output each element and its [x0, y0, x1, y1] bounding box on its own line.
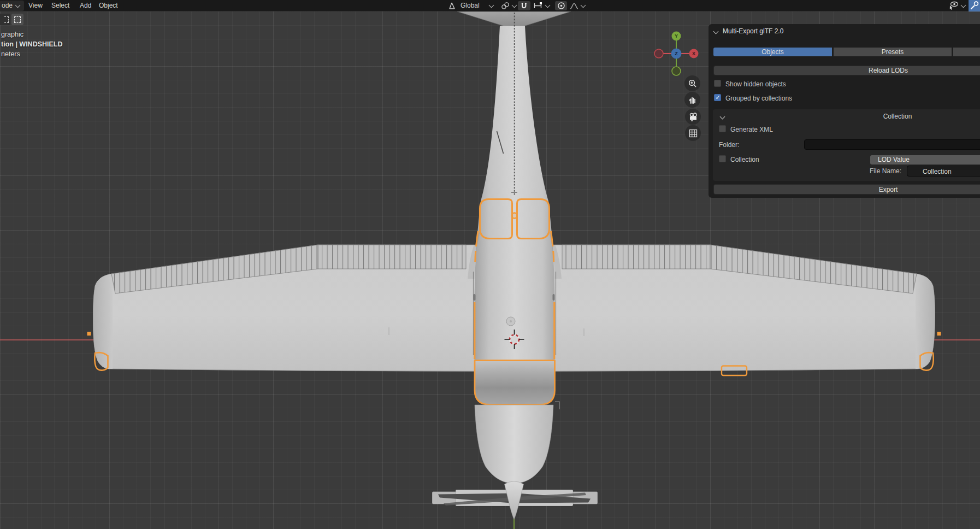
zoom-button[interactable] [684, 75, 700, 91]
box-select-icon [14, 16, 21, 23]
overlays-icon [969, 1, 979, 11]
show-hidden-label: Show hidden objects [725, 80, 786, 88]
chevron-down-icon[interactable] [512, 3, 517, 8]
tweak-icon [4, 16, 9, 23]
reload-lods-button[interactable]: Reload LODs [713, 66, 980, 75]
hand-icon [688, 95, 698, 105]
overlays-toggle-button[interactable] [969, 0, 980, 11]
multi-export-panel: Multi-Export glTF 2.0 Objects Presets Re… [709, 24, 980, 198]
panel-title: Multi-Export glTF 2.0 [723, 27, 783, 35]
export-button[interactable]: Export [713, 184, 980, 195]
file-name-label: File Name: [840, 167, 901, 175]
gizmo-z-label: Z [675, 51, 678, 56]
gizmo-y-label: Y [675, 33, 678, 39]
camera-view-button[interactable] [685, 109, 701, 125]
magnet-icon [520, 2, 528, 9]
folder-label: Folder: [719, 141, 739, 149]
viewport-units-label: neters [1, 50, 20, 58]
gizmo-neg-y[interactable] [672, 67, 681, 75]
lod-value-label: LOD Value [870, 156, 910, 163]
show-gizmo-icon[interactable] [948, 1, 959, 11]
chevron-down-icon[interactable] [545, 3, 551, 8]
pivot-point-icon[interactable] [501, 2, 510, 10]
collection-section-title: Collection [843, 113, 952, 120]
lod-value-button[interactable]: LOD Value [870, 155, 980, 164]
reload-lods-label: Reload LODs [869, 67, 908, 74]
navigation-gizmo[interactable]: Y X Z [653, 31, 700, 78]
file-name-value: Collection [907, 168, 952, 175]
chevron-down-icon[interactable] [489, 3, 494, 8]
menu-select[interactable]: Select [51, 2, 69, 9]
panel-collapse-chevron-icon[interactable] [713, 29, 719, 34]
viewport-projection-label: graphic [1, 31, 23, 38]
snap-toggle-button[interactable] [518, 1, 530, 10]
tab-objects[interactable]: Objects [713, 48, 832, 56]
file-name-input[interactable]: Collection [907, 166, 980, 177]
falloff-curve-icon[interactable] [570, 2, 579, 10]
grouped-checkbox[interactable] [714, 94, 721, 101]
y-axis-line [513, 11, 515, 529]
generate-xml-checkbox[interactable] [719, 125, 726, 132]
tab-presets[interactable]: Presets [834, 48, 952, 56]
tool-box-select-button[interactable] [11, 14, 23, 25]
chevron-down-icon[interactable] [961, 3, 966, 8]
tool-tweak-button[interactable] [0, 14, 10, 25]
generate-xml-label: Generate XML [730, 126, 773, 133]
viewport-selection-label: tion | WINDSHIELD [1, 40, 63, 48]
proportional-editing-icon [557, 2, 565, 10]
collection-checkbox[interactable] [719, 155, 726, 162]
gizmo-neg-x[interactable] [654, 49, 663, 58]
menu-view[interactable]: View [28, 2, 43, 9]
collection-checkbox-label: Collection [730, 156, 759, 163]
menu-object[interactable]: Object [99, 2, 118, 9]
show-hidden-checkbox[interactable] [714, 80, 721, 87]
gizmo-x-label: X [692, 51, 695, 56]
tab-presets-label: Presets [882, 48, 904, 56]
proportional-editing-button[interactable] [555, 1, 567, 10]
magnifier-plus-icon [688, 79, 698, 89]
mode-dropdown-label[interactable]: ode [2, 2, 13, 9]
snap-target-icon[interactable] [534, 2, 543, 9]
tab-objects-label: Objects [761, 48, 784, 56]
orientation-dropdown[interactable]: Global [461, 2, 480, 9]
x-axis-line [0, 339, 980, 340]
pan-button[interactable] [684, 92, 700, 108]
folder-value [805, 141, 809, 149]
camera-icon [688, 112, 698, 122]
export-label: Export [879, 186, 898, 193]
chevron-down-icon[interactable] [581, 3, 586, 8]
toggle-ortho-button[interactable] [685, 125, 701, 141]
transform-orientation-icon[interactable] [448, 2, 456, 10]
menu-add[interactable]: Add [80, 2, 91, 9]
grouped-label: Grouped by collections [725, 95, 792, 102]
folder-input[interactable] [804, 139, 980, 150]
tab-overflow[interactable] [953, 48, 980, 56]
viewport-header: ode View Select Add Object Global [0, 0, 980, 11]
tool-shelf [0, 13, 25, 26]
grid-icon [688, 128, 698, 138]
blender-window: ode View Select Add Object Global [0, 0, 980, 529]
